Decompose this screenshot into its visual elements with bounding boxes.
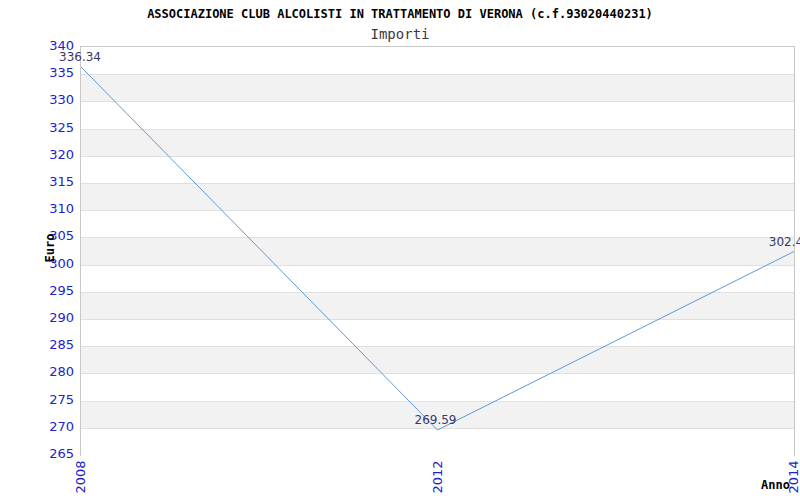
plot-area: [80, 46, 795, 456]
x-tick-label: 2008: [73, 460, 88, 493]
y-tick-label: 275: [0, 392, 74, 408]
y-tick-label: 335: [0, 65, 74, 81]
y-tick-label: 325: [0, 120, 74, 136]
y-tick-label: 290: [0, 310, 74, 326]
y-tick-label: 285: [0, 337, 74, 353]
x-tick-label: 2012: [429, 460, 444, 493]
line-chart: ASSOCIAZIONE CLUB ALCOLISTI IN TRATTAMEN…: [0, 0, 800, 500]
y-tick-label: 300: [0, 256, 74, 272]
y-tick-label: 280: [0, 364, 74, 380]
point-value-label: 269.59: [415, 413, 457, 427]
y-axis-title: Euro: [43, 234, 57, 263]
x-axis-title: Anno: [761, 478, 790, 492]
y-tick-label: 315: [0, 174, 74, 190]
y-tick-label: 320: [0, 147, 74, 163]
y-tick-label: 330: [0, 92, 74, 108]
chart-title: ASSOCIAZIONE CLUB ALCOLISTI IN TRATTAMEN…: [0, 7, 800, 21]
y-tick-label: 265: [0, 446, 74, 462]
y-tick-label: 310: [0, 201, 74, 217]
point-value-label: 302.4: [769, 235, 800, 249]
y-tick-label: 295: [0, 283, 74, 299]
y-tick-label: 270: [0, 419, 74, 435]
line-series-svg: [81, 47, 794, 455]
point-value-label: 336.34: [59, 50, 101, 64]
chart-subtitle: Importi: [0, 26, 800, 42]
y-tick-label: 305: [0, 228, 74, 244]
data-line: [81, 67, 794, 430]
